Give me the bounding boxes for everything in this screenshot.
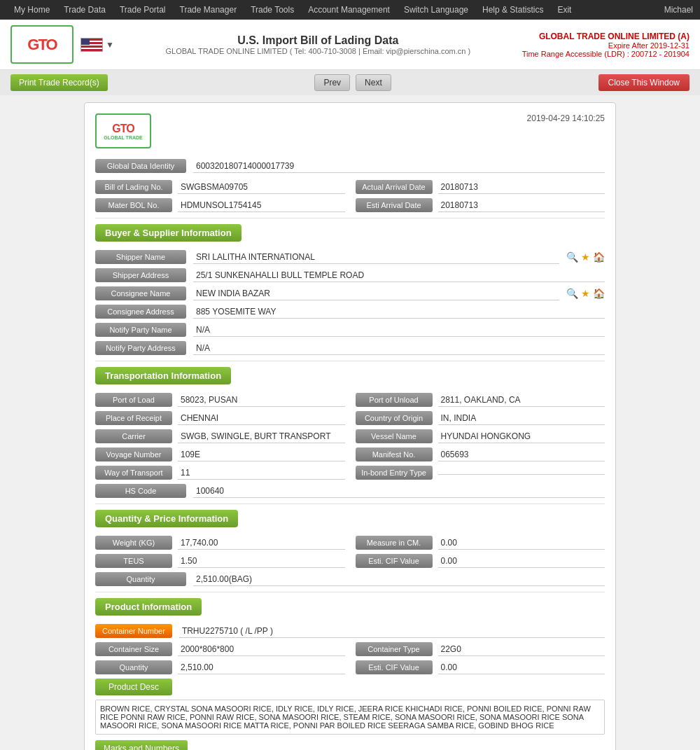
company-subtitle: GLOBAL TRADE ONLINE LIMITED ( Tel: 400-7… [165,47,470,55]
nav-trade-tools[interactable]: Trade Tools [244,0,301,20]
consignee-address-row: Consignee Address 885 YOSEMITE WAY [95,305,605,319]
bill-of-lading-value: SWGBSMA09705 [178,181,345,194]
notify-party-address-row: Notify Party Address N/A [95,341,605,355]
weight-measure-row: Weight (KG) 17,740.00 Measure in CM. 0.0… [95,536,605,550]
logo-section: GTO ▼ [10,25,114,64]
card-logo: GTO GLOBAL TRADE [95,113,151,148]
shipper-icons: 🔍 ★ 🏠 [566,251,605,263]
vessel-name-value: HYUNDAI HONGKONG [438,430,606,443]
notify-party-address-label: Notify Party Address [95,341,186,355]
container-size-value: 2000*806*800 [178,643,345,656]
receipt-origin-row: Place of Receipt CHENNAI Country of Orig… [95,411,605,425]
hs-code-row: HS Code 100640 [95,484,605,498]
product-desc-button[interactable]: Product Desc [95,679,172,695]
quantity-value: 2,510.00(BAG) [193,573,605,586]
weight-value: 17,740.00 [178,536,345,550]
product-desc-row: Product Desc [95,679,605,695]
product-desc-value: BROWN RICE, CRYSTAL SONA MASOORI RICE, I… [95,700,605,735]
nav-my-home[interactable]: My Home [7,0,57,20]
top-navigation: My Home Trade Data Trade Portal Trade Ma… [0,0,700,20]
esti-cif-value: 0.00 [438,555,606,568]
consignee-name-value: NEW INDIA BAZAR [193,287,559,300]
hs-code-value: 100640 [193,485,605,498]
master-bol-label: Mater BOL No. [95,198,172,212]
manifest-no-value: 065693 [438,448,606,461]
close-window-button-top[interactable]: Close This Window [598,74,690,91]
consignee-name-row: Consignee Name NEW INDIA BAZAR 🔍 ★ 🏠 [95,286,605,300]
voyage-number-label: Voyage Number [95,447,172,461]
bol-row: Bill of Lading No. SWGBSMA09705 Actual A… [95,180,605,194]
voyage-number-value: 109E [178,448,345,461]
prev-button-top[interactable]: Prev [314,74,350,91]
measure-value: 0.00 [438,536,606,550]
shipper-home-icon[interactable]: 🏠 [593,251,605,263]
consignee-search-icon[interactable]: 🔍 [566,288,578,299]
nav-account-management[interactable]: Account Management [301,0,397,20]
container-type-value: 22G0 [438,643,606,656]
notify-party-name-row: Notify Party Name N/A [95,323,605,337]
nav-trade-portal[interactable]: Trade Portal [113,0,173,20]
shipper-name-label: Shipper Name [95,250,186,264]
notify-party-name-value: N/A [193,324,605,337]
consignee-address-label: Consignee Address [95,305,186,319]
port-row: Port of Load 58023, PUSAN Port of Unload… [95,393,605,407]
marks-numbers-button[interactable]: Marks and Numbers [95,740,188,750]
weight-label: Weight (KG) [95,536,172,550]
nav-exit[interactable]: Exit [550,0,578,20]
carrier-value: SWGB, SWINGLE, BURT TRANSPORT [178,430,345,443]
transport-inbond-row: Way of Transport 11 In-bond Entry Type [95,466,605,480]
marks-numbers-row: Marks and Numbers [95,740,605,750]
shipper-search-icon[interactable]: 🔍 [566,251,578,263]
product-quantity-value: 2,510.00 [178,661,345,674]
container-size-label: Container Size [95,642,172,656]
shipper-address-value: 25/1 SUNKENAHALLI BULL TEMPLE ROAD [193,269,605,282]
shipper-star-icon[interactable]: ★ [581,251,590,263]
container-number-row: Container Number TRHU2275710 ( /L /PP ) [95,624,605,638]
user-name: Michael [664,5,693,15]
product-esti-cif-value: 0.00 [438,661,606,674]
nav-trade-data[interactable]: Trade Data [57,0,113,20]
way-of-transport-label: Way of Transport [95,466,172,480]
consignee-address-value: 885 YOSEMITE WAY [193,305,605,319]
shipper-name-row: Shipper Name SRI LALITHA INTERNATIONAL 🔍… [95,250,605,264]
consignee-home-icon[interactable]: 🏠 [593,288,605,299]
country-of-origin-value: IN, INDIA [438,412,606,425]
vessel-name-label: Vessel Name [356,429,433,443]
voyage-manifest-row: Voyage Number 109E Manifest No. 065693 [95,447,605,461]
nav-help-statistics[interactable]: Help & Statistics [475,0,550,20]
esti-arrival-label: Esti Arrival Date [356,198,433,212]
nav-trade-manager[interactable]: Trade Manager [173,0,244,20]
product-heading: Product Information [95,598,202,616]
top-toolbar: Print Trade Record(s) Prev Next Close Th… [0,70,700,95]
print-record-button-top[interactable]: Print Trade Record(s) [10,74,108,91]
nav-items: My Home Trade Data Trade Portal Trade Ma… [7,0,578,20]
main-record-card: GTO GLOBAL TRADE 2019-04-29 14:10:25 Glo… [84,102,616,750]
carrier-vessel-row: Carrier SWGB, SWINGLE, BURT TRANSPORT Ve… [95,429,605,443]
account-info: GLOBAL TRADE ONLINE LIMITED (A) Expire A… [522,32,690,58]
card-header: GTO GLOBAL TRADE 2019-04-29 14:10:25 [95,113,605,148]
next-button-top[interactable]: Next [356,74,391,91]
country-of-origin-label: Country of Origin [356,411,433,425]
port-of-load-value: 58023, PUSAN [178,394,345,407]
port-of-load-label: Port of Load [95,393,172,407]
consignee-star-icon[interactable]: ★ [581,288,590,299]
hs-code-label: HS Code [95,484,186,498]
shipper-address-label: Shipper Address [95,268,186,282]
consignee-name-label: Consignee Name [95,286,186,300]
quantity-row: Quantity 2,510.00(BAG) [95,572,605,586]
manifest-no-label: Manifest No. [356,447,433,461]
nav-switch-language[interactable]: Switch Language [397,0,475,20]
product-qty-cif-row: Quantity 2,510.00 Esti. CIF Value 0.00 [95,660,605,674]
teus-value: 1.50 [178,555,345,568]
page-title-section: U.S. Import Bill of Lading Data GLOBAL T… [165,34,470,55]
flag-dropdown-icon[interactable]: ▼ [106,40,114,50]
global-data-identity-row: Global Data Identity 6003201807140000177… [95,159,605,173]
buyer-supplier-section: Buyer & Supplier Information Shipper Nam… [95,224,605,355]
account-company: GLOBAL TRADE ONLINE LIMITED (A) [522,32,690,41]
container-number-value: TRHU2275710 ( /L /PP ) [179,625,605,638]
language-flag[interactable]: ▼ [80,38,114,52]
esti-cif-label: Esti. CIF Value [356,554,433,568]
master-bol-row: Mater BOL No. HDMUNSOL1754145 Esti Arriv… [95,198,605,212]
shipper-name-value: SRI LALITHA INTERNATIONAL [193,251,559,264]
place-of-receipt-label: Place of Receipt [95,411,172,425]
